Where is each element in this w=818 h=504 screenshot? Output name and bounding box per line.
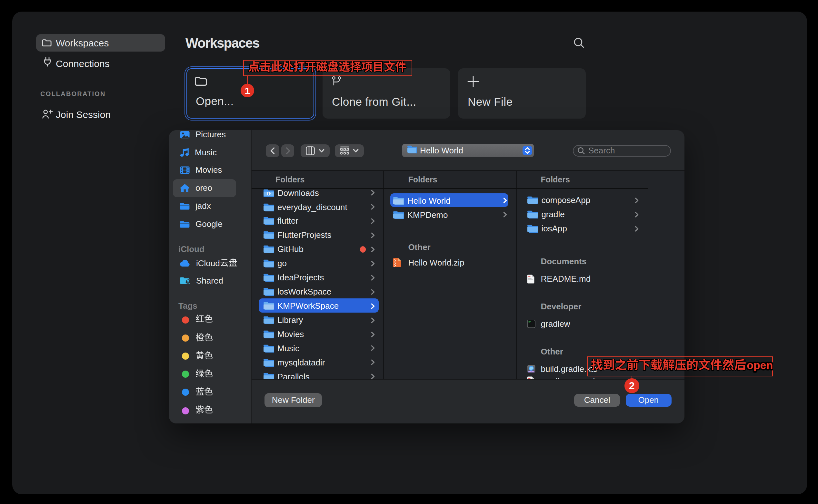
svg-text:open: open	[746, 359, 773, 372]
svg-text:PREVIEW: PREVIEW	[529, 371, 534, 373]
